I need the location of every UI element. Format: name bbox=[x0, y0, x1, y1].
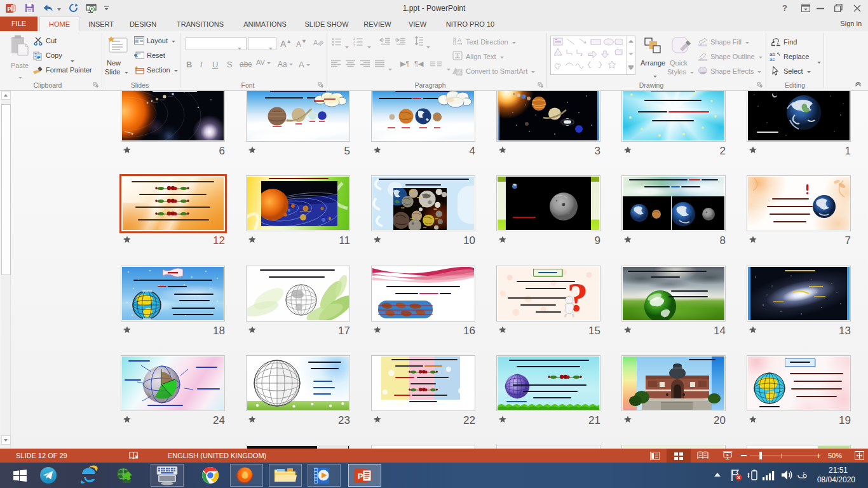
svg-text:ac: ac bbox=[770, 57, 775, 61]
svg-text:A: A bbox=[313, 39, 318, 46]
svg-text:3: 3 bbox=[353, 43, 355, 46]
svg-text:A: A bbox=[458, 37, 461, 43]
svg-text:P: P bbox=[7, 5, 11, 12]
svg-text:P: P bbox=[358, 471, 363, 481]
